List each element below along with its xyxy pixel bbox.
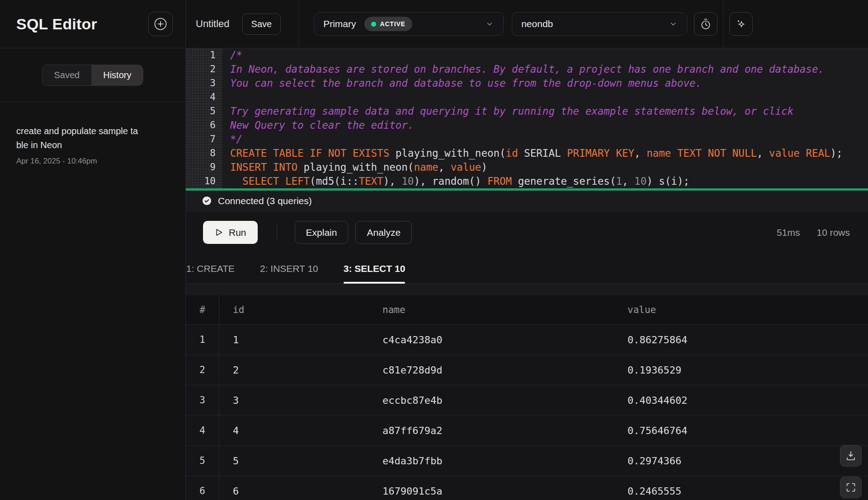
database-select[interactable]: neondb xyxy=(512,12,687,36)
cell-value: 0.2974366 xyxy=(614,455,868,467)
cell-name: eccbc87e4b xyxy=(369,395,614,406)
cell-name: c81e728d9d xyxy=(369,364,614,376)
row-index: 6 xyxy=(186,476,219,500)
query-history-button[interactable] xyxy=(694,12,717,36)
code-line: INSERT INTO playing_with_neon(name, valu… xyxy=(230,160,868,174)
code-line: SELECT LEFT(md5(i::TEXT), 10), random() … xyxy=(230,174,868,188)
download-icon xyxy=(845,450,856,461)
sidebar: SQL Editor Saved History create and popu… xyxy=(0,0,186,500)
cell-name: e4da3b7fbb xyxy=(369,455,614,467)
cell-id: 2 xyxy=(219,364,369,376)
code-line: You can select the branch and database t… xyxy=(230,76,868,90)
stopwatch-icon xyxy=(700,18,712,30)
result-tabs: 1: CREATE2: INSERT 103: SELECT 10 xyxy=(186,253,868,284)
chevron-down-icon xyxy=(485,19,494,28)
cell-id: 1 xyxy=(219,334,369,346)
line-number: 9 xyxy=(186,160,216,174)
download-results-button[interactable] xyxy=(840,445,862,467)
run-button[interactable]: Run xyxy=(203,221,258,244)
cell-value: 0.1936529 xyxy=(614,364,868,376)
table-row: 661679091c5a0.2465555 xyxy=(186,476,868,500)
table-spacer xyxy=(186,284,868,295)
line-number: 3 xyxy=(186,76,216,90)
check-circle-icon xyxy=(202,196,212,206)
cell-value: 0.75646764 xyxy=(614,425,868,436)
sql-editor-app: SQL Editor Saved History create and popu… xyxy=(0,0,868,500)
tab-saved[interactable]: Saved xyxy=(42,65,92,85)
line-number: 7 xyxy=(186,132,216,146)
line-number: 1 xyxy=(186,48,216,62)
cell-value: 0.40344602 xyxy=(614,395,868,406)
line-number: 8 xyxy=(186,146,216,160)
history-item[interactable]: create and populate sample table in Neon… xyxy=(16,124,169,166)
query-actions-bar: Run Explain Analyze 51ms 10 rows xyxy=(186,211,868,253)
code-line: In Neon, databases are stored on branche… xyxy=(230,62,868,76)
sparkles-icon xyxy=(735,18,747,30)
tab-history[interactable]: History xyxy=(91,65,143,85)
circle-plus-icon xyxy=(154,17,167,31)
code-line: New Query to clear the editor. xyxy=(230,118,868,132)
cell-id: 3 xyxy=(219,395,369,406)
explain-button[interactable]: Explain xyxy=(295,221,349,244)
query-title: Untitled xyxy=(196,18,230,30)
toolbar-divider xyxy=(723,0,723,48)
sidebar-header: SQL Editor xyxy=(0,0,185,48)
sql-editor[interactable]: 12345678910 /*In Neon, databases are sto… xyxy=(186,48,868,188)
branch-select[interactable]: Primary ACTIVE xyxy=(314,12,504,36)
cell-name: c4ca4238a0 xyxy=(369,334,614,346)
connection-status-text: Connected (3 queries) xyxy=(218,196,312,206)
connection-status-bar: Connected (3 queries) xyxy=(186,191,868,211)
chevron-down-icon xyxy=(669,19,678,28)
cell-id: 4 xyxy=(219,425,369,436)
cell-id: 5 xyxy=(219,455,369,467)
fullscreen-icon xyxy=(845,482,856,493)
code-line xyxy=(230,90,868,104)
run-button-label: Run xyxy=(229,227,246,238)
result-tab-1[interactable]: 1: CREATE xyxy=(186,254,235,283)
page-title: SQL Editor xyxy=(16,15,97,33)
ai-assistant-button[interactable] xyxy=(729,12,753,36)
cell-value: 0.86275864 xyxy=(614,334,868,346)
code-line: /* xyxy=(230,48,868,62)
result-tab-3[interactable]: 3: SELECT 10 xyxy=(344,254,406,283)
table-row: 11c4ca4238a00.86275864 xyxy=(186,325,868,355)
table-row: 22c81e728d9d0.1936529 xyxy=(186,355,868,385)
sidebar-tabs: Saved History xyxy=(0,48,185,86)
table-row: 44a87ff679a20.75646764 xyxy=(186,416,868,446)
saved-history-toggle: Saved History xyxy=(42,65,144,86)
result-tab-2[interactable]: 2: INSERT 10 xyxy=(260,254,318,283)
line-number: 6 xyxy=(186,118,216,132)
branch-status-badge: ACTIVE xyxy=(364,17,412,31)
play-icon xyxy=(214,228,224,237)
database-name: neondb xyxy=(521,19,553,29)
save-button[interactable]: Save xyxy=(242,14,281,35)
row-count: 10 rows xyxy=(816,227,850,238)
column-header-num: # xyxy=(186,295,219,324)
column-header-value: value xyxy=(614,304,868,315)
editor-toolbar: Untitled Save Primary ACTIVE neondb xyxy=(186,0,868,48)
branch-name: Primary xyxy=(323,19,356,29)
cell-name: 1679091c5a xyxy=(369,486,614,497)
results-table: #idnamevalue 11c4ca4238a00.8627586422c81… xyxy=(186,284,868,500)
history-list: create and populate sample table in Neon… xyxy=(0,102,185,166)
cell-value: 0.2465555 xyxy=(614,486,868,497)
code-line: Try generating sample data and querying … xyxy=(230,104,868,118)
row-index: 3 xyxy=(186,385,219,415)
line-number: 2 xyxy=(186,62,216,76)
table-row: 55e4da3b7fbb0.2974366 xyxy=(186,446,868,476)
code-line: */ xyxy=(230,132,868,146)
row-index: 2 xyxy=(186,355,219,385)
line-number: 5 xyxy=(186,104,216,118)
line-number: 10 xyxy=(186,174,216,188)
toolbar-divider xyxy=(299,0,299,48)
main-panel: Untitled Save Primary ACTIVE neondb xyxy=(186,0,868,500)
query-duration: 51ms xyxy=(777,227,800,238)
code-line: CREATE TABLE IF NOT EXISTS playing_with_… xyxy=(230,146,868,160)
table-body: 11c4ca4238a00.8627586422c81e728d9d0.1936… xyxy=(186,325,868,500)
analyze-button[interactable]: Analyze xyxy=(355,221,412,244)
expand-results-button[interactable] xyxy=(840,477,862,498)
row-index: 4 xyxy=(186,416,219,445)
new-query-button[interactable] xyxy=(148,12,173,36)
code-area[interactable]: /*In Neon, databases are stored on branc… xyxy=(222,48,868,188)
cell-id: 6 xyxy=(219,486,369,497)
